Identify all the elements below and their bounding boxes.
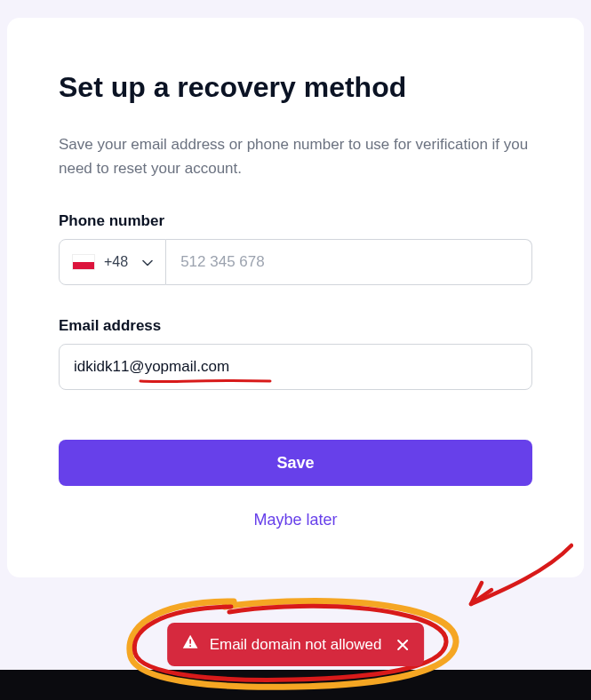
phone-row: +48: [59, 239, 532, 285]
phone-label: Phone number: [59, 212, 532, 230]
country-code-select[interactable]: +48: [59, 239, 166, 285]
recovery-card: Set up a recovery method Save your email…: [7, 18, 584, 577]
warning-icon: [181, 633, 199, 656]
page-title: Set up a recovery method: [59, 71, 532, 104]
email-group: Email address: [59, 317, 532, 390]
svg-rect-1: [189, 645, 191, 647]
save-button[interactable]: Save: [59, 440, 532, 486]
bottom-bar: [0, 670, 591, 700]
phone-input[interactable]: [166, 239, 532, 285]
email-field[interactable]: [59, 344, 532, 390]
close-icon[interactable]: [395, 638, 410, 652]
maybe-later-link[interactable]: Maybe later: [59, 511, 532, 529]
svg-rect-0: [189, 640, 191, 644]
page-subtitle: Save your email address or phone number …: [59, 132, 532, 180]
error-toast: Email domain not allowed: [167, 623, 425, 666]
dial-code: +48: [104, 254, 128, 270]
toast-message: Email domain not allowed: [210, 636, 382, 654]
flag-icon: [72, 254, 95, 270]
chevron-down-icon: [142, 254, 153, 270]
email-label: Email address: [59, 317, 532, 335]
